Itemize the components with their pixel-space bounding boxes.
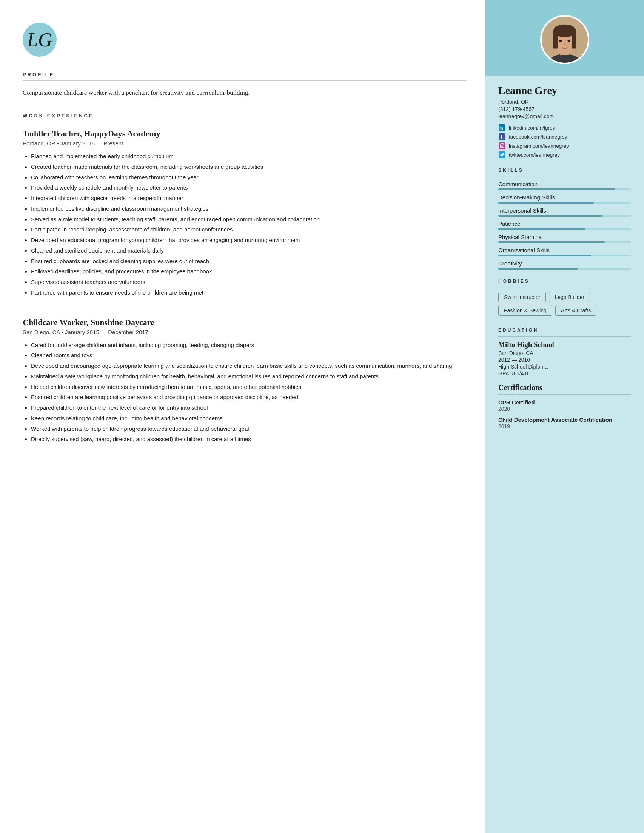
skill-bar-bg (498, 268, 631, 270)
skill-communication: Communication (498, 181, 631, 190)
hobby-fashion: Fashion & Sewing (498, 305, 552, 316)
list-item: Ensured cupboards are locked and cleanin… (31, 257, 467, 266)
list-item: Worked with parents to help children pro… (31, 425, 467, 434)
linkedin-text: linkedin.com/in/lgrey (509, 125, 555, 131)
list-item: Directly supervised (saw, heard, directe… (31, 435, 467, 444)
sidebar-photo-area (485, 0, 644, 76)
profile-divider (22, 80, 467, 81)
list-item: Partnered with parents to ensure needs o… (31, 288, 467, 298)
skill-bar-fill (498, 268, 578, 270)
skill-bar-bg (498, 228, 631, 230)
skill-name: Interpersonal Skills (498, 207, 631, 214)
hobby-arts: Arts & Crafts (555, 305, 596, 316)
svg-rect-14 (499, 142, 506, 149)
list-item: Maintained a safe workplace by monitorin… (31, 372, 467, 381)
cert-1-name: CPR Certified (498, 399, 631, 405)
list-item: Prepared children to enter the next leve… (31, 403, 467, 413)
hobby-lego: Lego Builder (549, 292, 590, 302)
list-item: Keep records relating to child care, inc… (31, 414, 467, 423)
skill-creativity: Creativity (498, 260, 631, 270)
list-item: Planned and implemented the early childh… (31, 152, 467, 161)
skill-bar-bg (498, 202, 631, 204)
social-instagram: instagram.com/leannegrey (498, 142, 631, 150)
skill-bar-fill (498, 228, 585, 230)
phone: (312) 179-4567 (498, 106, 631, 112)
svg-point-8 (568, 40, 571, 42)
list-item: Developed and encouraged age-appropriate… (31, 361, 467, 371)
list-item: Provided a weekly schedule and monthly n… (31, 183, 467, 193)
list-item: Participated in record-keeping, assessme… (31, 225, 467, 235)
skill-name: Physical Stamina (498, 234, 631, 240)
svg-rect-5 (553, 31, 557, 49)
skill-bar-bg (498, 254, 631, 256)
list-item: Developed an educational program for you… (31, 236, 467, 245)
logo-area: LG (22, 23, 467, 57)
certifications-section-label: Certifications (498, 383, 631, 392)
skill-organizational: Organizational Skills (498, 247, 631, 256)
education-divider (498, 336, 631, 337)
skill-name: Communication (498, 181, 631, 187)
skill-name: Decision-Making Skills (498, 194, 631, 201)
skill-interpersonal: Interpersonal Skills (498, 207, 631, 217)
svg-point-7 (559, 40, 562, 42)
facebook-icon: f (498, 133, 506, 140)
job-2-bullets: Cared for toddler-age children and infan… (22, 341, 467, 444)
hobbies-section-label: HOBBIES (498, 279, 631, 284)
social-twitter: 🐦 twitter.com/leannegrey (498, 151, 631, 159)
certifications-divider (498, 394, 631, 395)
skill-bar-fill (498, 188, 615, 190)
list-item: Followed deadlines, policies, and proced… (31, 267, 467, 277)
svg-text:f: f (501, 134, 503, 140)
list-item: Ensured children are learning positive b… (31, 393, 467, 402)
skill-patience: Patience (498, 220, 631, 230)
svg-text:in: in (499, 126, 503, 130)
job-1-bullets: Planned and implemented the early childh… (22, 152, 467, 298)
social-facebook: f facebook.com/leannegrey (498, 133, 631, 140)
skill-bar-fill (498, 254, 591, 256)
svg-point-17 (503, 144, 504, 145)
person-name: Leanne Grey (498, 85, 631, 96)
edu-location: San Diego, CA (498, 350, 631, 356)
instagram-text: instagram.com/leannegrey (509, 143, 569, 149)
cert-2-year: 2019 (498, 423, 631, 429)
cert-2-name: Child Development Associate Certificatio… (498, 416, 631, 423)
skill-bar-fill (498, 241, 605, 243)
list-item: Implemented positive discipline and clas… (31, 204, 467, 214)
job-1-title: Toddler Teacher, HappyDays Academy (22, 129, 467, 138)
edu-years: 2012 — 2016 (498, 357, 631, 363)
skill-name: Organizational Skills (498, 247, 631, 253)
skill-name: Creativity (498, 260, 631, 267)
skills-section-label: SKILLS (498, 168, 631, 173)
twitter-icon: 🐦 (498, 151, 506, 159)
skills-divider (498, 177, 631, 177)
skill-physical: Physical Stamina (498, 234, 631, 243)
skill-decision: Decision-Making Skills (498, 194, 631, 204)
logo-text: LG (27, 29, 52, 51)
avatar (540, 15, 589, 64)
education-section-label: EDUCATION (498, 327, 631, 333)
facebook-text: facebook.com/leannegrey (509, 134, 567, 140)
work-divider (22, 122, 467, 122)
list-item: Cared for toddler-age children and infan… (31, 341, 467, 350)
twitter-text: twitter.com/leannegrey (509, 152, 560, 158)
list-item: Helped children discover new interests b… (31, 383, 467, 392)
hobby-swim: Swim Instructor (498, 292, 546, 302)
list-item: Created teacher-made materials for the c… (31, 162, 467, 172)
skill-bar-fill (498, 202, 594, 204)
skill-bar-bg (498, 241, 631, 243)
list-item: Cleaned rooms and toys (31, 351, 467, 360)
job-divider (22, 309, 467, 309)
location: Portland, OR (498, 99, 631, 105)
social-linkedin: in linkedin.com/in/lgrey (498, 124, 631, 132)
sidebar-info: Leanne Grey Portland, OR (312) 179-4567 … (485, 76, 644, 429)
list-item: Supervised assistant teachers and volunt… (31, 278, 467, 287)
sidebar: Leanne Grey Portland, OR (312) 179-4567 … (485, 0, 644, 833)
job-2-meta: San Diego, CA • January 2015 — December … (22, 329, 467, 335)
job-1-meta: Portland, OR • January 2018 — Present (22, 140, 467, 146)
skill-name: Patience (498, 220, 631, 227)
list-item: Served as a role model to students, teac… (31, 215, 467, 224)
edu-degree: High School Diploma (498, 363, 631, 370)
avatar-image (542, 17, 588, 63)
email: leannegrey@gmail.com (498, 113, 631, 119)
skill-bar-fill (498, 215, 602, 217)
